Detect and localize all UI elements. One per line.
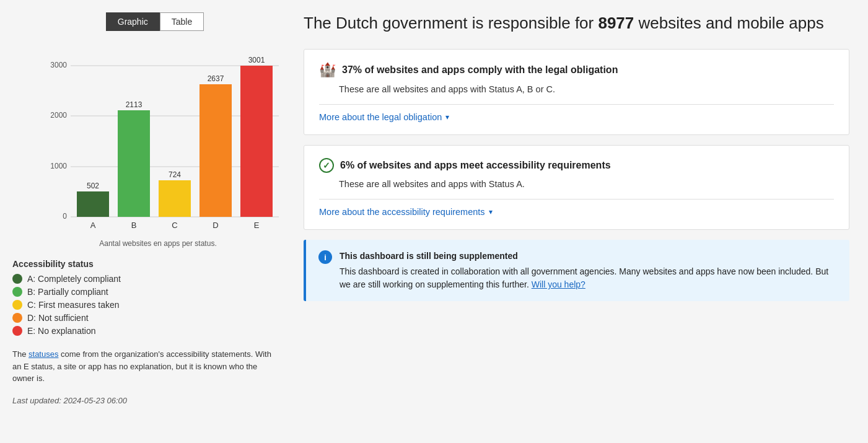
legend-section: Accessibility status A: Completely compl… bbox=[12, 259, 273, 336]
info-notice-body: This dashboard is still being supplement… bbox=[340, 250, 837, 291]
svg-text:3001: 3001 bbox=[248, 56, 265, 64]
card2-body: These are all websites and apps with Sta… bbox=[339, 179, 834, 189]
legend-item-c: C: First measures taken bbox=[12, 300, 273, 310]
bar-chart: 0 1000 2000 3000 502 A 2113 B 724 C bbox=[12, 37, 273, 235]
info-notice: i This dashboard is still being suppleme… bbox=[304, 240, 849, 301]
card2-header-text: 6% of websites and apps meet accessibili… bbox=[340, 160, 611, 171]
bar-e bbox=[240, 66, 273, 217]
card1-divider bbox=[319, 104, 834, 105]
legend-dot-b bbox=[12, 287, 22, 297]
check-circle-icon bbox=[319, 158, 334, 173]
bar-c bbox=[159, 180, 191, 217]
card1-header: 🏰 37% of websites and apps comply with t… bbox=[319, 62, 834, 78]
right-panel: The Dutch government is responsible for … bbox=[285, 0, 868, 443]
accessibility-requirements-expand-button[interactable]: More about the accessibility requirement… bbox=[319, 207, 493, 217]
legend-label-e: E: No explanation bbox=[27, 326, 96, 336]
legend-item-a: A: Completely compliant bbox=[12, 274, 273, 284]
chart-svg: 0 1000 2000 3000 502 A 2113 B 724 C bbox=[43, 37, 285, 235]
svg-text:2000: 2000 bbox=[50, 111, 67, 120]
graphic-toggle-button[interactable]: Graphic bbox=[106, 12, 160, 31]
card2-header: 6% of websites and apps meet accessibili… bbox=[319, 158, 834, 173]
chevron-down-icon: ▾ bbox=[445, 113, 449, 121]
statuses-link[interactable]: statuses bbox=[28, 349, 58, 359]
left-panel: Graphic Table 0 1000 2000 3000 bbox=[0, 0, 285, 443]
table-toggle-button[interactable]: Table bbox=[160, 12, 204, 31]
svg-text:B: B bbox=[131, 221, 137, 230]
bar-b bbox=[118, 110, 150, 217]
svg-text:3000: 3000 bbox=[50, 61, 67, 69]
legend-dot-a bbox=[12, 274, 22, 284]
svg-text:C: C bbox=[172, 221, 177, 230]
legend-label-c: C: First measures taken bbox=[27, 300, 120, 310]
svg-text:D: D bbox=[213, 221, 218, 230]
legend-label-a: A: Completely compliant bbox=[27, 274, 121, 284]
bar-a bbox=[77, 191, 109, 217]
chart-caption: Aantal websites en apps per status. bbox=[43, 239, 273, 248]
last-updated: Last updated: 2024-05-23 06:00 bbox=[12, 396, 273, 405]
legend-label-b: B: Partially compliant bbox=[27, 287, 108, 297]
main-title-before: The Dutch government is responsible for bbox=[304, 14, 598, 32]
legend-dot-c bbox=[12, 300, 22, 310]
legend-item-e: E: No explanation bbox=[12, 326, 273, 336]
footnote: The statuses come from the organization'… bbox=[12, 348, 273, 385]
will-you-help-link[interactable]: Will you help? bbox=[532, 279, 585, 289]
legend-label-d: D: Not sufficient bbox=[27, 313, 89, 323]
legend-item-b: B: Partially compliant bbox=[12, 287, 273, 297]
legend-dot-d bbox=[12, 313, 22, 323]
legal-obligation-expand-button[interactable]: More about the legal obligation ▾ bbox=[319, 112, 449, 122]
accessibility-requirements-card: 6% of websites and apps meet accessibili… bbox=[304, 145, 849, 230]
main-title: The Dutch government is responsible for … bbox=[304, 12, 849, 34]
svg-text:A: A bbox=[90, 221, 96, 230]
legend-title: Accessibility status bbox=[12, 259, 273, 269]
bar-d bbox=[199, 84, 232, 217]
svg-text:2637: 2637 bbox=[208, 74, 224, 83]
svg-text:724: 724 bbox=[169, 170, 181, 179]
legal-obligation-expand-label: More about the legal obligation bbox=[319, 112, 442, 122]
info-icon: i bbox=[318, 250, 332, 264]
chevron-down-icon-2: ▾ bbox=[489, 208, 493, 216]
svg-text:2113: 2113 bbox=[126, 100, 142, 109]
chart-toggle: Graphic Table bbox=[37, 12, 273, 31]
notice-title: This dashboard is still being supplement… bbox=[340, 250, 837, 263]
svg-text:E: E bbox=[254, 221, 260, 230]
legal-obligation-card: 🏰 37% of websites and apps comply with t… bbox=[304, 49, 849, 135]
svg-text:502: 502 bbox=[87, 182, 99, 190]
svg-text:0: 0 bbox=[63, 212, 67, 221]
main-title-number: 8977 bbox=[598, 14, 634, 32]
legend-item-d: D: Not sufficient bbox=[12, 313, 273, 323]
card1-header-text: 37% of websites and apps comply with the… bbox=[342, 64, 618, 76]
footnote-before: The bbox=[12, 349, 28, 359]
castle-icon: 🏰 bbox=[319, 62, 336, 78]
accessibility-requirements-expand-label: More about the accessibility requirement… bbox=[319, 207, 485, 217]
svg-text:1000: 1000 bbox=[50, 162, 67, 170]
card1-body: These are all websites and apps with Sta… bbox=[339, 84, 834, 94]
main-title-after: websites and mobile apps bbox=[634, 14, 823, 32]
card2-divider bbox=[319, 199, 834, 200]
legend-dot-e bbox=[12, 326, 22, 336]
